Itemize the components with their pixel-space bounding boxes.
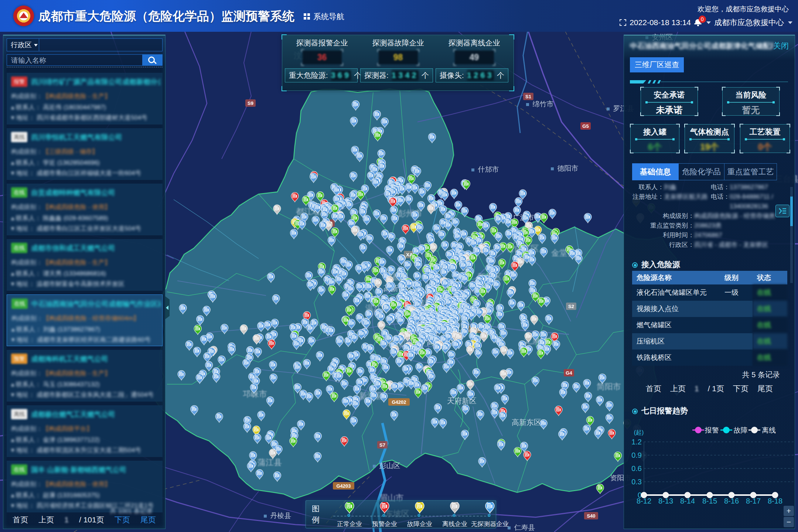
svg-text:G5: G5 bbox=[582, 123, 589, 129]
svg-text:0.3: 0.3 bbox=[631, 478, 642, 486]
svg-text:离线: 离线 bbox=[762, 426, 776, 434]
svg-text:简阳市: 简阳市 bbox=[597, 382, 621, 391]
svg-text:0.9: 0.9 bbox=[631, 451, 642, 459]
svg-text:什邡市: 什邡市 bbox=[478, 166, 499, 173]
svg-text:G4202: G4202 bbox=[392, 399, 406, 405]
svg-text:S1: S1 bbox=[525, 94, 531, 99]
svg-text:报警: 报警 bbox=[705, 426, 719, 434]
svg-text:0.6: 0.6 bbox=[631, 464, 642, 473]
svg-text:S9: S9 bbox=[248, 100, 253, 106]
svg-text:(起): (起) bbox=[634, 429, 644, 436]
svg-text:S7: S7 bbox=[379, 442, 385, 448]
svg-text:德阳市: 德阳市 bbox=[557, 164, 579, 172]
svg-text:彭山区: 彭山区 bbox=[379, 462, 400, 470]
svg-text:蒲江县: 蒲江县 bbox=[258, 458, 282, 467]
svg-text:1.2: 1.2 bbox=[631, 438, 642, 446]
svg-text:S2: S2 bbox=[568, 304, 574, 309]
svg-text:S40: S40 bbox=[587, 513, 595, 519]
svg-text:G4203: G4203 bbox=[336, 483, 351, 489]
svg-text:高新东区: 高新东区 bbox=[512, 418, 541, 426]
svg-text:丹棱县: 丹棱县 bbox=[270, 512, 291, 519]
svg-text:绵竹市: 绵竹市 bbox=[533, 100, 554, 108]
svg-text:G4: G4 bbox=[566, 370, 572, 376]
svg-text:仁寿县: 仁寿县 bbox=[514, 524, 535, 531]
svg-text:故障: 故障 bbox=[734, 426, 748, 434]
